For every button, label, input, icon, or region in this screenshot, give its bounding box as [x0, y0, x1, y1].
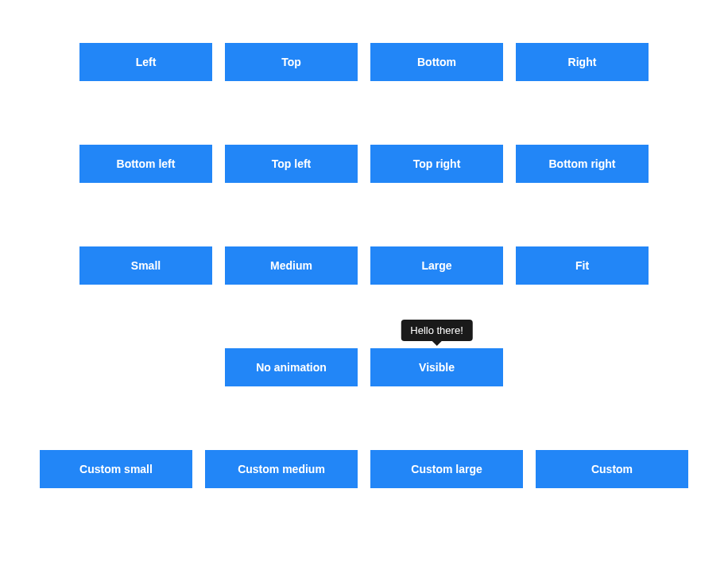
custom-medium-button[interactable]: Custom medium	[205, 450, 358, 488]
bottom-right-button[interactable]: Bottom right	[516, 145, 649, 183]
fit-button[interactable]: Fit	[516, 246, 649, 285]
size-row: Small Medium Large Fit	[0, 246, 728, 285]
large-button[interactable]: Large	[370, 246, 503, 285]
top-button[interactable]: Top	[225, 43, 358, 81]
top-left-button[interactable]: Top left	[225, 145, 358, 183]
corner-row: Bottom left Top left Top right Bottom ri…	[0, 145, 728, 183]
visible-button[interactable]: Visible	[370, 348, 503, 386]
bottom-button[interactable]: Bottom	[370, 43, 503, 81]
visible-button-wrapper: Hello there! Visible	[370, 348, 503, 386]
medium-button[interactable]: Medium	[225, 246, 358, 285]
no-animation-button[interactable]: No animation	[225, 348, 358, 386]
options-row: No animation Hello there! Visible	[0, 348, 728, 386]
custom-small-button[interactable]: Custom small	[40, 450, 192, 488]
tooltip: Hello there!	[401, 320, 472, 341]
right-button[interactable]: Right	[516, 43, 649, 81]
bottom-left-button[interactable]: Bottom left	[79, 145, 212, 183]
tooltip-text: Hello there!	[410, 324, 463, 336]
left-button[interactable]: Left	[79, 43, 212, 81]
custom-large-button[interactable]: Custom large	[370, 450, 523, 488]
top-right-button[interactable]: Top right	[370, 145, 503, 183]
custom-button[interactable]: Custom	[536, 450, 688, 488]
position-row: Left Top Bottom Right	[0, 43, 728, 81]
small-button[interactable]: Small	[79, 246, 212, 285]
custom-row: Custom small Custom medium Custom large …	[0, 450, 728, 488]
